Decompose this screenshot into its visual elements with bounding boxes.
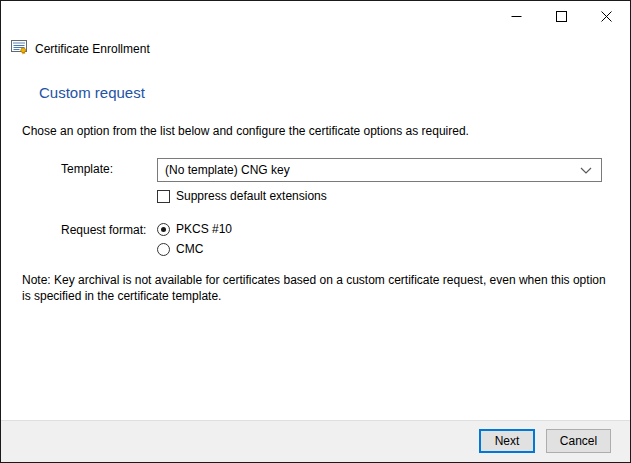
request-format-option-pkcs10: PKCS #10: [157, 222, 232, 236]
maximize-icon: [556, 11, 567, 22]
certificate-icon: [11, 39, 28, 58]
close-button[interactable]: [584, 1, 629, 31]
maximize-button[interactable]: [539, 1, 584, 31]
next-button[interactable]: Next: [479, 429, 535, 453]
suppress-extensions-checkbox[interactable]: [157, 190, 170, 203]
window-controls: [494, 1, 629, 31]
suppress-extensions-label: Suppress default extensions: [176, 189, 327, 203]
note-text: Note: Key archival is not available for …: [22, 272, 608, 304]
app-title: Certificate Enrollment: [35, 42, 150, 56]
chevron-down-icon: [580, 163, 592, 177]
request-format-option-cmc: CMC: [157, 242, 203, 256]
template-dropdown-value: (No template) CNG key: [165, 163, 290, 177]
cancel-button[interactable]: Cancel: [546, 429, 611, 453]
minimize-button[interactable]: [494, 1, 539, 31]
page-title: Custom request: [39, 84, 145, 101]
minimize-icon: [511, 11, 522, 22]
suppress-extensions-row: Suppress default extensions: [157, 189, 327, 203]
request-format-label: Request format:: [61, 223, 146, 237]
template-dropdown[interactable]: (No template) CNG key: [157, 158, 602, 182]
cmc-radio[interactable]: [157, 243, 170, 256]
instruction-text: Chose an option from the list below and …: [22, 124, 469, 138]
cmc-radio-label: CMC: [176, 242, 203, 256]
app-header: Certificate Enrollment: [11, 39, 150, 58]
footer-bar: [1, 420, 630, 462]
template-label: Template:: [61, 162, 113, 176]
close-icon: [601, 11, 612, 22]
pkcs10-radio-label: PKCS #10: [176, 222, 232, 236]
certificate-enrollment-window: Certificate Enrollment Custom request Ch…: [0, 0, 631, 463]
pkcs10-radio[interactable]: [157, 223, 170, 236]
